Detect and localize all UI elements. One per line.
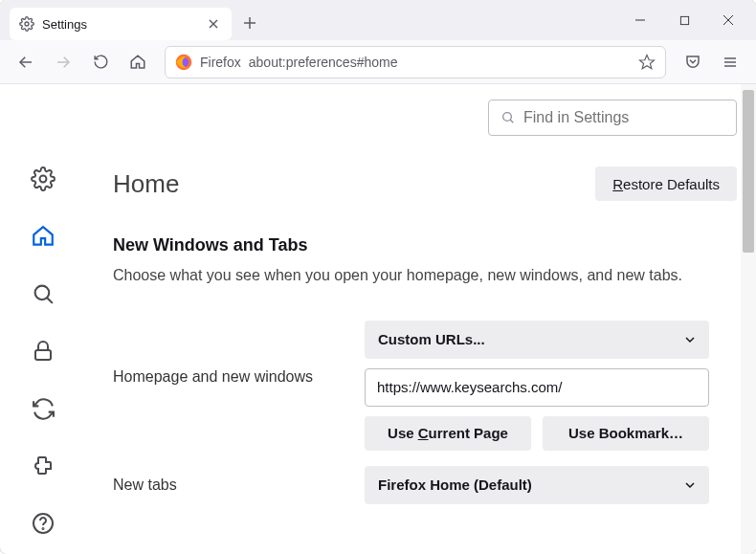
main-panel: Find in Settings Home Restore Defaults N… (86, 84, 756, 554)
home-button[interactable] (122, 46, 154, 78)
newtabs-label: New tabs (113, 476, 347, 494)
newtabs-mode-select[interactable]: Firefox Home (Default) (365, 466, 709, 504)
homepage-url-input[interactable] (365, 368, 709, 407)
minimize-button[interactable] (618, 4, 662, 36)
chevron-down-icon (684, 479, 696, 491)
svg-rect-6 (680, 16, 688, 24)
sidebar-item-help[interactable] (25, 505, 61, 542)
pocket-button[interactable] (677, 46, 709, 78)
reload-button[interactable] (84, 46, 117, 78)
content: Find in Settings Home Restore Defaults N… (0, 84, 756, 554)
url-bar[interactable]: Firefox about:preferences#home (165, 46, 666, 78)
sidebar-item-privacy[interactable] (25, 333, 61, 369)
find-in-settings-input[interactable]: Find in Settings (488, 100, 737, 136)
section-title: New Windows and Tabs (113, 235, 737, 255)
window-controls (618, 4, 750, 36)
tab-close-button[interactable] (205, 15, 222, 33)
svg-line-24 (510, 120, 513, 122)
search-placeholder: Find in Settings (523, 109, 629, 126)
svg-point-18 (34, 285, 49, 299)
identity-box: Firefox (175, 54, 241, 71)
scrollbar[interactable] (741, 84, 756, 554)
menu-button[interactable] (714, 46, 746, 78)
restore-defaults-button[interactable]: Restore Defaults (595, 166, 737, 201)
section-description: Choose what you see when you open your h… (113, 265, 737, 286)
svg-point-17 (40, 176, 47, 183)
sidebar-item-sync[interactable] (25, 390, 61, 427)
sidebar-item-search[interactable] (25, 276, 61, 312)
browser-label: Firefox (200, 55, 241, 70)
browser-tab[interactable]: Settings (10, 8, 232, 40)
titlebar: Settings (0, 0, 756, 40)
bookmark-star-icon[interactable] (638, 54, 656, 71)
use-bookmark-button[interactable]: Use Bookmark… (543, 416, 709, 451)
scrollbar-thumb[interactable] (743, 90, 754, 253)
gear-icon (19, 16, 34, 32)
svg-point-0 (25, 22, 29, 26)
sidebar-item-extensions[interactable] (25, 448, 61, 484)
svg-marker-13 (640, 55, 655, 68)
select-value: Firefox Home (Default) (378, 476, 532, 493)
page-title: Home (113, 169, 179, 199)
svg-line-19 (47, 298, 53, 303)
homepage-mode-select[interactable]: Custom URLs... (365, 321, 709, 359)
select-value: Custom URLs... (378, 331, 485, 347)
toolbar: Firefox about:preferences#home (0, 40, 756, 84)
svg-point-22 (43, 528, 44, 529)
search-icon (500, 110, 516, 125)
url-text: about:preferences#home (249, 55, 398, 70)
svg-rect-20 (35, 350, 51, 360)
sidebar-item-general[interactable] (25, 161, 61, 197)
sidebar-item-home[interactable] (25, 218, 61, 255)
maximize-button[interactable] (662, 4, 706, 36)
forward-button[interactable] (47, 46, 79, 78)
new-tab-button[interactable] (235, 9, 264, 37)
firefox-icon (175, 54, 192, 71)
close-window-button[interactable] (706, 4, 750, 36)
use-current-page-button[interactable]: Use Current Page (365, 416, 531, 451)
sidebar (0, 84, 86, 554)
back-button[interactable] (10, 46, 42, 78)
homepage-label: Homepage and new windows (113, 321, 347, 386)
tab-title: Settings (42, 17, 197, 32)
chevron-down-icon (684, 334, 696, 345)
